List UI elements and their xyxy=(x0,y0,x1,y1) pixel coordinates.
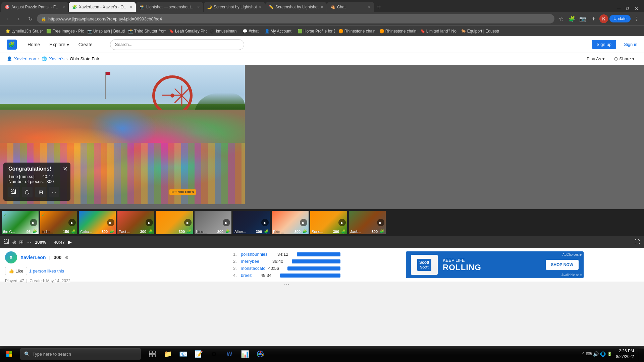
nav-explore[interactable]: Explore ▾ xyxy=(45,40,73,49)
bookmark-third-shutter[interactable]: 📸 Third Shutter from t... xyxy=(125,27,166,35)
grid-prog-icon[interactable]: ⊞ xyxy=(19,239,23,245)
gear-icon[interactable]: ⚙ xyxy=(65,255,69,260)
user-name-link[interactable]: XavierLeon xyxy=(20,255,46,260)
lb-name-4[interactable]: breez xyxy=(241,273,258,278)
bookmark-stash[interactable]: ⭐ Lynelle13's Sta.sh xyxy=(3,27,43,35)
thumbnail-3[interactable]: Coba... 300 🧩 ▶ xyxy=(79,211,116,234)
tab-2-close[interactable]: × xyxy=(130,4,132,10)
taskbar-file-explorer-button[interactable]: 📁 xyxy=(160,347,175,361)
taskbar-excel-button[interactable]: 📊 xyxy=(237,347,252,361)
thumbnail-6[interactable]: Hum... 300 🧩 ▶ xyxy=(195,211,231,234)
reload-button[interactable]: ↻ xyxy=(25,14,35,23)
nav-create[interactable]: Create xyxy=(74,40,97,49)
bookmark-limited-land[interactable]: 🔖 Limited land? No Pr... xyxy=(418,27,458,35)
nav-home[interactable]: Home xyxy=(23,40,44,49)
taskbar-task-view-button[interactable] xyxy=(145,347,160,361)
bookmark-chat[interactable]: 💬 ‌#chat xyxy=(240,27,261,35)
taskbar-keyboard-icon[interactable]: ⌨ xyxy=(586,352,592,356)
bookmark-my-account[interactable]: 👤 My Account xyxy=(262,27,294,35)
grid-action-icon[interactable]: ⊞ xyxy=(35,187,46,197)
tab-3[interactable]: 📸 Lightshot — screenshot tool fo... × xyxy=(136,2,203,12)
lightshot-button[interactable]: ✈ xyxy=(589,14,598,23)
thumb-5-puzzle-icon: 🧩 xyxy=(187,229,192,234)
thumbnail-9[interactable]: Suns... 300 🧩 ▶ xyxy=(310,211,347,234)
lb-name-1[interactable]: polishbunnies xyxy=(241,252,275,257)
tab-1[interactable]: 🎯 August Puzzle Pants! - Forum To... × xyxy=(1,2,68,12)
screenshot-button[interactable]: 📷 xyxy=(578,14,587,23)
share-button[interactable]: ⬡ Share ▾ xyxy=(611,55,637,63)
bookmark-horse-profile[interactable]: 🟩 Horse Profile for De... xyxy=(295,27,335,35)
lb-name-2[interactable]: merrybee xyxy=(241,259,270,264)
thumbnail-4[interactable]: East ... 300 🧩 ▶ xyxy=(117,211,154,234)
site-search-input[interactable] xyxy=(110,39,244,50)
breadcrumb-user-link[interactable]: XavierLeon xyxy=(14,56,36,61)
minimize-button[interactable]: ─ xyxy=(615,5,623,12)
back-button[interactable]: ‹ xyxy=(3,14,12,23)
close-window-button[interactable]: ✕ xyxy=(633,5,641,12)
taskbar-word-button[interactable]: W xyxy=(222,347,237,361)
thumbnail-5[interactable]: 300 🧩 ▶ xyxy=(156,211,193,234)
thumb-6-play-icon: ▶ xyxy=(223,219,230,226)
image-action-icon[interactable]: 🖼 xyxy=(8,187,19,197)
forward-button[interactable]: › xyxy=(14,14,23,23)
tab-3-close[interactable]: × xyxy=(197,4,200,10)
thumbnail-1[interactable]: ✓ the G... 96 🧩 ▶ xyxy=(2,211,39,234)
profile-avatar[interactable]: K xyxy=(599,14,608,23)
add-prog-icon[interactable]: ⊕ xyxy=(12,239,16,245)
restore-button[interactable]: ⧉ xyxy=(624,5,631,12)
bookmark-star-button[interactable]: ☆ xyxy=(556,14,566,23)
thumbnail-2[interactable]: ✓ India... 150 🧩 ▶ xyxy=(40,211,77,234)
taskbar-network-icon[interactable]: 🌐 xyxy=(600,351,606,357)
tab-4[interactable]: 🌙 Screenshot by Lightshot × xyxy=(204,2,265,12)
show-desktop-button[interactable] xyxy=(638,347,640,361)
taskbar-settings-button[interactable]: ⚙ xyxy=(207,347,221,361)
breadcrumb-collection-link[interactable]: Xavier's xyxy=(49,56,64,61)
progress-play-button[interactable]: ▶ xyxy=(68,239,72,245)
play-as-button[interactable]: Play As ▾ xyxy=(584,55,607,63)
taskbar-sticky-notes-button[interactable]: 📝 xyxy=(191,347,206,361)
ad-choices-label[interactable]: AdChoices ▶ xyxy=(562,253,582,256)
congrats-close-button[interactable]: ✕ xyxy=(63,165,68,173)
fullscreen-button[interactable]: ⛶ xyxy=(635,239,640,245)
thumbnail-8[interactable]: Erie ... 300 🧩 ▶ xyxy=(272,211,309,234)
signin-button[interactable]: Sign in xyxy=(624,42,637,47)
dots-prog-icon[interactable]: ⋯ xyxy=(26,239,32,245)
extensions-button[interactable]: 🧩 xyxy=(567,14,577,23)
taskbar-search-bar[interactable]: 🔍 Type here to search xyxy=(20,348,141,360)
bookmark-kmuselman[interactable]: Ⓦ kmuselman xyxy=(207,27,239,35)
signup-button[interactable]: Sign up xyxy=(592,40,616,49)
bookmark-rhinestone[interactable]: 🟠 Rhinestone chain S... xyxy=(377,27,417,35)
tab-6[interactable]: 🐴 Chat × xyxy=(327,2,374,12)
bookmark-executive[interactable]: 🟠 Rhinestone chain S... xyxy=(336,27,376,35)
taskbar-outlook-button[interactable]: 📧 xyxy=(176,347,191,361)
tab-5-close[interactable]: × xyxy=(321,4,323,10)
thumbnail-7[interactable]: Alber... 300 🧩 ▶ xyxy=(233,211,270,234)
taskbar-chrome-button[interactable] xyxy=(253,347,268,361)
update-button[interactable]: Update xyxy=(609,15,631,22)
site-logo[interactable]: 🧩 xyxy=(7,40,17,50)
shop-now-button[interactable]: SHOP NOW xyxy=(546,260,579,270)
thumbnail-10[interactable]: Jack... 300 🧩 ▶ xyxy=(349,211,386,234)
bookmark-pixabay[interactable]: 🟩 Free images - Pixab... xyxy=(44,27,84,35)
menu-button[interactable]: ⋮ xyxy=(632,14,641,23)
bookmark-equiport[interactable]: 🐎 Equiport | Equestria... xyxy=(459,27,499,35)
share-action-icon[interactable]: ⬡ xyxy=(22,187,33,197)
like-button[interactable]: 👍 Like xyxy=(5,267,27,275)
like-count[interactable]: 1 person likes this xyxy=(29,268,64,274)
taskbar-speaker-icon[interactable]: 🔊 xyxy=(593,351,599,357)
lb-name-3[interactable]: monstaccato xyxy=(241,266,266,271)
bookmark-leah[interactable]: 🔖 Leah Smalley Photo... xyxy=(166,27,207,35)
bookmark-unsplash[interactable]: 📷 Unsplash | Beautiful... xyxy=(85,27,125,35)
tab-1-close[interactable]: × xyxy=(62,4,65,10)
image-prog-icon[interactable]: 🖼 xyxy=(4,239,9,245)
lb-more[interactable]: … xyxy=(233,279,340,287)
tab-6-close[interactable]: × xyxy=(368,4,371,10)
tab-4-close[interactable]: × xyxy=(259,4,262,10)
taskbar-chevron-icon[interactable]: ^ xyxy=(582,351,585,357)
address-bar[interactable]: 🔒 https://www.jigsawplanet.com/?rc=play&… xyxy=(37,14,554,23)
new-tab-button[interactable]: + xyxy=(374,3,384,11)
tab-5[interactable]: ✏️ Screenshot by Lightshot × xyxy=(265,2,327,12)
start-button[interactable] xyxy=(0,346,19,362)
dots-action-icon[interactable]: ⋯ xyxy=(49,187,59,197)
tab-2[interactable]: 🧩 XavierLeon - Xavier's - Ohio Stat... × xyxy=(69,2,136,12)
